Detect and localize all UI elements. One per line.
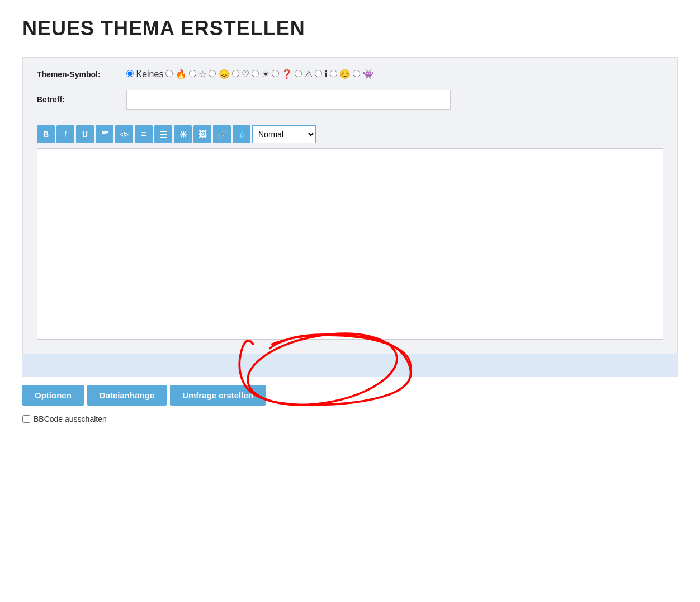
unordered-list-button[interactable]: ≡ <box>135 125 153 143</box>
editor-content[interactable] <box>37 149 663 339</box>
radio-info-input[interactable] <box>315 70 322 77</box>
radio-smile-input[interactable] <box>330 70 337 77</box>
subject-input[interactable] <box>126 90 451 110</box>
ordered-list-button[interactable]: ☰ <box>154 125 172 143</box>
star-icon: ☆ <box>198 69 206 79</box>
code-button[interactable]: </> <box>115 125 133 143</box>
radio-sad[interactable]: 😞 <box>209 69 229 79</box>
question-icon: ❓ <box>281 69 292 79</box>
radio-sad-input[interactable] <box>209 70 216 77</box>
image-button[interactable]: 🖼 <box>193 125 211 143</box>
sun-icon: ☀ <box>262 69 269 79</box>
attachments-button[interactable]: Dateianhänge <box>87 385 167 406</box>
heart-icon: ♡ <box>242 69 249 79</box>
sad-icon: 😞 <box>219 69 230 79</box>
radio-alien[interactable]: 👾 <box>353 69 373 79</box>
quote-button[interactable]: ❝❞ <box>96 125 113 143</box>
radio-sun[interactable]: ☀ <box>252 69 269 79</box>
color-button[interactable]: 💧 <box>233 125 250 143</box>
radio-none-label: Keines <box>136 69 163 79</box>
subject-label: Betreff: <box>37 95 126 104</box>
radio-fire-input[interactable] <box>165 70 173 77</box>
spacer-bar <box>22 354 678 377</box>
bbcode-off-checkbox[interactable] <box>22 415 30 423</box>
radio-warning-input[interactable] <box>295 70 302 77</box>
toolbar-row: B I U ❝❞ </> ≡ ☰ ✳ 🖼 🔗 💧 Normal Überschr… <box>37 120 663 148</box>
form-section: Themen-Symbol: Keines 🔥 ☆ <box>22 57 678 354</box>
warning-icon: ⚠ <box>305 69 313 79</box>
page-title: NEUES THEMA ERSTELLEN <box>22 17 678 40</box>
editor-toolbar: B I U ❝❞ </> ≡ ☰ ✳ 🖼 🔗 💧 Normal Überschr… <box>37 125 663 143</box>
editor-wrapper <box>37 148 663 340</box>
bbcode-row: BBCode ausschalten <box>22 415 678 424</box>
radio-star[interactable]: ☆ <box>189 69 206 79</box>
smile-icon: 😊 <box>339 69 351 79</box>
radio-alien-input[interactable] <box>353 70 360 77</box>
radio-smile[interactable]: 😊 <box>330 69 351 79</box>
italic-button[interactable]: I <box>56 125 74 143</box>
radio-fire[interactable]: 🔥 <box>165 69 186 79</box>
radio-sun-input[interactable] <box>252 70 259 77</box>
radio-info[interactable]: ℹ <box>315 69 328 79</box>
radio-warning[interactable]: ⚠ <box>295 69 312 79</box>
radio-none-input[interactable] <box>126 70 134 77</box>
poll-button[interactable]: Umfrage erstellen <box>170 385 266 406</box>
format-select[interactable]: Normal Überschrift 1 Überschrift 2 Übers… <box>252 125 316 143</box>
bold-button[interactable]: B <box>37 125 55 143</box>
symbol-row: Themen-Symbol: Keines 🔥 ☆ <box>37 69 663 79</box>
bottom-section: Optionen Dateianhänge Umfrage erstellen … <box>22 377 678 435</box>
underline-button[interactable]: U <box>76 125 94 143</box>
symbol-selector: Keines 🔥 ☆ 😞 <box>126 69 374 79</box>
fire-icon: 🔥 <box>176 69 187 79</box>
special-button[interactable]: ✳ <box>174 125 192 143</box>
radio-heart-input[interactable] <box>232 70 239 77</box>
radio-question[interactable]: ❓ <box>272 69 292 79</box>
link-button[interactable]: 🔗 <box>213 125 231 143</box>
subject-row: Betreff: <box>37 90 663 110</box>
info-icon: ℹ <box>324 69 328 79</box>
radio-heart[interactable]: ♡ <box>232 69 249 79</box>
options-button[interactable]: Optionen <box>22 385 84 406</box>
symbol-label: Themen-Symbol: <box>37 70 126 79</box>
bbcode-off-label: BBCode ausschalten <box>34 415 107 424</box>
radio-none[interactable]: Keines <box>126 69 163 79</box>
action-buttons: Optionen Dateianhänge Umfrage erstellen <box>22 385 678 406</box>
radio-question-input[interactable] <box>272 70 279 77</box>
alien-icon: 👾 <box>363 69 374 79</box>
radio-star-input[interactable] <box>189 70 196 77</box>
